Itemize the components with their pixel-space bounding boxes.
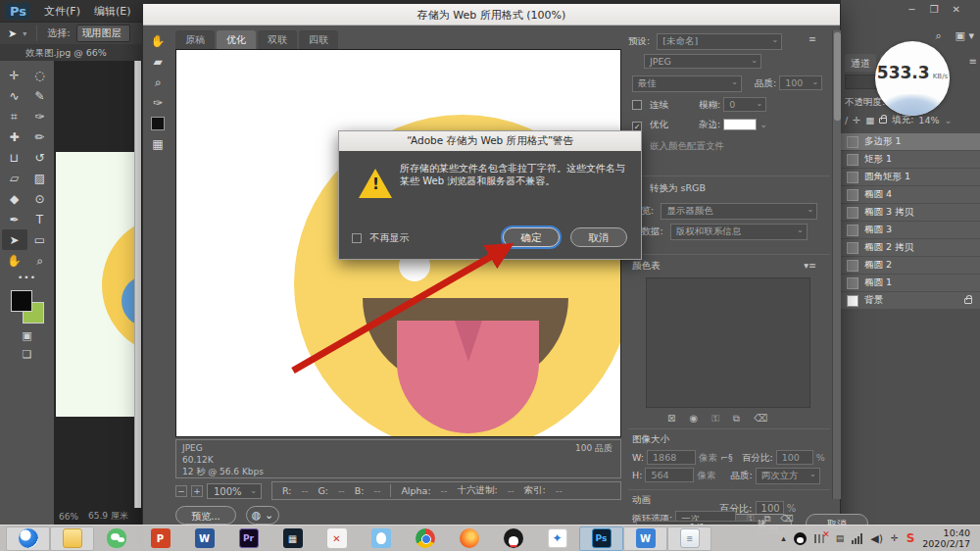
lock-transparency-icon[interactable]: ▦ (865, 115, 874, 125)
taskbar-chrome-button[interactable] (403, 526, 447, 551)
menu-edit[interactable]: 编辑(E) (94, 4, 131, 19)
select-mode-dropdown[interactable]: 现用图层 (76, 25, 130, 42)
matte-color-swatch[interactable] (723, 119, 757, 130)
padlock-icon[interactable]: ⚿ (711, 413, 733, 424)
lock-brush-icon[interactable]: ∕ (845, 115, 848, 125)
taskbar-qq-button[interactable] (491, 526, 535, 551)
metadata-dropdown[interactable]: 版权和联系信息⌄ (670, 224, 808, 240)
slice-select-tool-icon[interactable]: ▰ (153, 55, 162, 69)
layer-row[interactable]: 椭圆 3 (841, 222, 980, 238)
browser-globe-icon[interactable]: ◍ ⌄ (246, 506, 279, 525)
zoom-level-dropdown[interactable]: 100%⌄ (207, 483, 262, 499)
quick-mask-icon[interactable]: ▣ (0, 329, 54, 342)
color-table-menu-icon[interactable]: ▾≡ (804, 260, 816, 271)
taskbar-qq-browser-button[interactable] (6, 526, 50, 551)
path-select-tool-icon[interactable]: ➤ (2, 229, 27, 250)
taskbar-notepad-button[interactable]: ≡ (667, 526, 711, 551)
lock-all-icon[interactable] (879, 118, 887, 124)
sfw-tab-双联[interactable]: 双联 (258, 30, 297, 49)
clock[interactable]: 10:40 2020/2/17 (922, 527, 974, 549)
lock-move-icon[interactable]: ✛ (853, 115, 860, 125)
screen-mode-icon[interactable]: ❏ (0, 348, 54, 361)
panel-menu-icon[interactable]: ≡ (969, 54, 977, 72)
layer-thumbnail[interactable] (847, 136, 858, 148)
document-scrollbar[interactable] (134, 61, 141, 508)
sfw-scrollbar[interactable] (832, 30, 841, 499)
search-icon[interactable]: ⌕ (935, 29, 941, 42)
sfw-tab-四联[interactable]: 四联 (299, 30, 338, 49)
gradient-tool-icon[interactable]: ▨ (27, 168, 53, 188)
percent-field[interactable]: 100 (776, 450, 813, 465)
sfw-tab-优化[interactable]: 优化 (217, 30, 256, 49)
taskbar-video-editor-button[interactable]: ▦ (270, 526, 315, 551)
quick-select-tool-icon[interactable]: ✎ (27, 85, 53, 106)
warning-titlebar[interactable]: “Adobe 存储为 Web 所用格式”警告 (339, 131, 641, 151)
toggle-slices-icon[interactable]: ▦ (152, 137, 163, 151)
preview-in-browser-button[interactable]: 预览... (175, 506, 236, 525)
resample-quality-dropdown[interactable]: 两次立方⌄ (756, 468, 820, 484)
layer-row[interactable]: 背景 (841, 292, 980, 309)
taskbar-powerpoint-button[interactable]: P (138, 526, 182, 551)
height-field[interactable]: 564 (645, 468, 694, 482)
color-swatches[interactable] (11, 290, 44, 324)
layer-row[interactable]: 椭圆 2 拷贝 (841, 239, 980, 256)
tray-expand-icon[interactable]: ▴ (781, 533, 786, 543)
quality-field[interactable]: 100⌄ (779, 75, 822, 90)
dont-show-checkbox[interactable] (352, 233, 362, 243)
settings-menu-icon[interactable]: ≡ (808, 33, 816, 44)
network-speed-widget[interactable]: 533.3 KB/s (875, 41, 950, 116)
layer-row[interactable]: 圆角矩形 1 (841, 169, 980, 185)
layer-thumbnail[interactable] (847, 260, 858, 272)
crop-tool-icon[interactable]: ⌗ (2, 106, 27, 126)
sfw-scrollbar-thumb[interactable] (834, 32, 841, 121)
fill-value[interactable]: 14% (918, 115, 939, 125)
eyedropper-color-swatch[interactable] (151, 117, 165, 130)
type-tool-icon[interactable]: T (27, 209, 53, 229)
layer-row[interactable]: 椭圆 1 (841, 275, 980, 291)
blur-field[interactable]: 0⌄ (723, 97, 766, 112)
preset-dropdown[interactable]: [未命名]⌄ (657, 33, 782, 50)
volume-icon[interactable]: ◀) (870, 532, 883, 545)
history-brush-tool-icon[interactable]: ↺ (27, 147, 53, 168)
sfw-tab-原稿[interactable]: 原稿 (175, 30, 215, 49)
taskbar-thunder-button[interactable]: ✦ (535, 526, 579, 551)
path-select-tool-icon[interactable]: ➤ (8, 27, 17, 40)
shape-tool-icon[interactable]: ▭ (27, 229, 53, 250)
sfw-titlebar[interactable]: 存储为 Web 所用格式 (100%) (143, 4, 840, 25)
matte-chevron-icon[interactable]: ⌄ (760, 119, 767, 129)
monitor-preview-dropdown[interactable]: 显示器颜色⌄ (661, 203, 817, 220)
web-shift-icon[interactable]: ⊠ (667, 413, 689, 424)
taskbar-explorer-button[interactable] (50, 526, 94, 551)
workspace-switcher-icon[interactable]: ▣ ▾ (956, 29, 974, 42)
pen-tool-icon[interactable]: ✒ (2, 209, 27, 229)
document-tab[interactable]: 效果图.jpg @ 66% (0, 44, 142, 61)
width-field[interactable]: 1868 (647, 450, 696, 465)
taskbar-word-button[interactable]: W (182, 526, 226, 551)
zoom-out-button[interactable]: − (175, 485, 187, 497)
layer-thumbnail[interactable] (847, 154, 858, 166)
marquee-tool-icon[interactable]: ◌ (27, 65, 53, 85)
lock-color-icon[interactable]: ◉ (689, 413, 711, 424)
brush-tool-icon[interactable]: ✏ (27, 126, 53, 147)
restore-button[interactable]: ❐ (930, 4, 953, 15)
cancel-button[interactable]: 取消 (570, 227, 627, 247)
layer-thumbnail[interactable] (847, 277, 858, 289)
layer-row[interactable]: 多边形 1 (841, 133, 980, 150)
signal-icon[interactable] (852, 533, 862, 544)
progressive-checkbox[interactable] (632, 100, 642, 110)
taskbar-wps-button[interactable]: W (623, 526, 667, 551)
quality-preset-dropdown[interactable]: 最佳⌄ (632, 75, 742, 92)
hand-tool-icon[interactable]: ✋ (151, 34, 166, 48)
layer-thumbnail[interactable] (847, 207, 858, 219)
format-dropdown[interactable]: JPEG⌄ (644, 54, 761, 69)
taskbar-baby-bus-button[interactable] (359, 526, 403, 551)
qq-tray-icon[interactable] (794, 532, 807, 545)
network-error-icon[interactable]: ✕ (814, 532, 828, 544)
menu-file[interactable]: 文件(F) (44, 4, 80, 19)
move-tool-icon[interactable]: ✛ (2, 65, 27, 85)
screen-clip-icon[interactable]: ✛ (891, 533, 899, 543)
dodge-tool-icon[interactable]: ⊙ (27, 188, 53, 209)
delete-color-icon[interactable]: ⌫ (754, 413, 781, 424)
ime-icon[interactable]: ▤ (836, 533, 845, 543)
foreground-color-swatch[interactable] (11, 290, 32, 312)
